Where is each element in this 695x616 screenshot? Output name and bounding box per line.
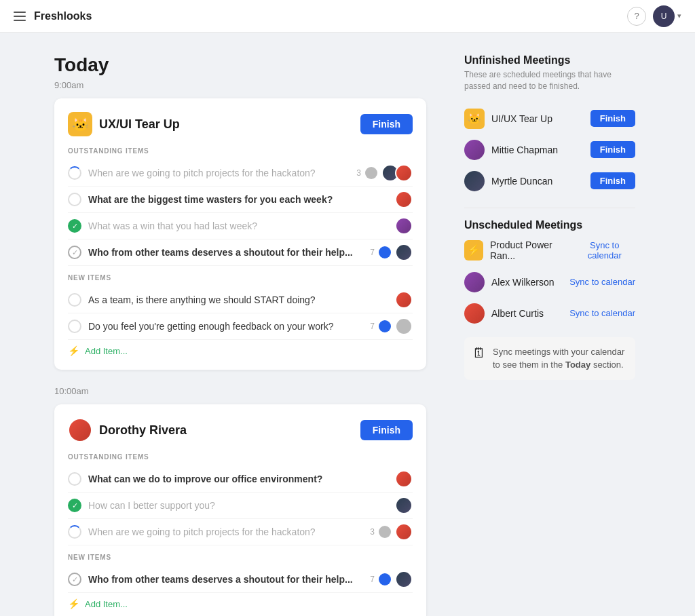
list-item: ✓ Who from other teams deserves a shouto… xyxy=(68,239,413,266)
unscheduled-meetings-section: Unscheduled Meetings ⚡ Product Power Ran… xyxy=(464,219,635,380)
header-right: ? U ▾ xyxy=(627,5,681,27)
unscheduled-title: Unscheduled Meetings xyxy=(464,219,635,231)
avatar-sm xyxy=(395,470,413,488)
menu-icon[interactable] xyxy=(14,12,26,21)
sidebar-unscheduled-item-2: Alex Wilkerson Sync to calendar xyxy=(464,267,635,298)
sync-notice: 🗓 Sync meetings with your calendar to se… xyxy=(464,337,635,380)
checkbox-empty[interactable] xyxy=(68,293,81,307)
avatars-group xyxy=(395,497,413,514)
item-text: How can I better support you? xyxy=(88,500,215,511)
sidebar-avatar xyxy=(464,303,485,324)
sidebar-item-name: Product Power Ran... xyxy=(490,239,574,261)
sidebar-item-name: Mittie Chapman xyxy=(491,145,558,155)
checkbox-empty[interactable] xyxy=(68,472,81,486)
sidebar: Unfinished Meetings These are scheduled … xyxy=(448,33,652,616)
badge-gray xyxy=(365,167,377,179)
avatar-sm xyxy=(395,164,413,182)
checkbox-loading[interactable] xyxy=(68,525,81,539)
card-title-row-2: Dorothy Rivera xyxy=(68,418,187,442)
avatar-sm xyxy=(395,523,413,541)
sidebar-avatar xyxy=(464,272,485,292)
checkbox-empty[interactable] xyxy=(68,320,81,333)
new-items-label-2: NEW ITEMS xyxy=(68,554,413,561)
new-items-label-1: NEW ITEMS xyxy=(68,274,413,282)
item-text: What can we do to improve our office env… xyxy=(88,474,322,484)
badge-count: 7 xyxy=(370,575,375,584)
list-item: What can we do to improve our office env… xyxy=(68,466,413,493)
sidebar-finish-button-2[interactable]: Finish xyxy=(590,141,635,158)
avatars-group xyxy=(395,523,413,541)
sidebar-unfinished-item-2: Mittie Chapman Finish xyxy=(464,134,635,166)
time-label-2: 10:00am xyxy=(54,386,426,396)
meeting-avatar xyxy=(68,418,92,442)
sidebar-unscheduled-item-1: ⚡ Product Power Ran... Sync to calendar xyxy=(464,234,635,267)
sidebar-sync-button-2[interactable]: Sync to calendar xyxy=(569,277,635,287)
brand-name: Freshlooks xyxy=(34,10,92,22)
sync-notice-icon: 🗓 xyxy=(472,345,486,361)
list-item: What are the biggest time wasters for yo… xyxy=(68,187,413,213)
header-left: Freshlooks xyxy=(14,10,92,22)
list-item: As a team, is there anything we should S… xyxy=(68,287,413,313)
card-title-row: 🐱 UX/UI Tear Up xyxy=(68,112,180,136)
outstanding-label-1: OUTSTANDING ITEMS xyxy=(68,147,413,155)
avatars-group xyxy=(395,191,413,208)
meeting-emoji: 🐱 xyxy=(68,112,92,136)
badge-blue xyxy=(379,573,391,585)
help-icon[interactable]: ? xyxy=(627,7,646,26)
meeting-title: UX/UI Tear Up xyxy=(99,117,180,132)
avatars-group xyxy=(395,470,413,488)
item-text: What are the biggest time wasters for yo… xyxy=(88,194,333,205)
sidebar-item-name: Alex Wilkerson xyxy=(491,277,555,288)
finish-button-2[interactable]: Finish xyxy=(360,420,413,440)
sidebar-emoji: 🐱 xyxy=(464,109,485,129)
avatars-group xyxy=(395,571,413,588)
badge-count: 3 xyxy=(356,168,361,178)
badge-count: 3 xyxy=(370,527,375,537)
badge-blue xyxy=(379,246,391,258)
checkbox-empty[interactable] xyxy=(68,193,81,206)
time-label-1: 9:00am xyxy=(54,80,426,90)
divider xyxy=(464,208,635,208)
sidebar-unscheduled-item-3: Albert Curtis Sync to calendar xyxy=(464,298,635,329)
sidebar-emoji-2: ⚡ xyxy=(464,240,483,261)
checkbox-checked[interactable]: ✓ xyxy=(68,499,81,512)
item-text: Who from other teams deserves a shoutout… xyxy=(88,574,353,585)
add-item-button-1[interactable]: ⚡ Add Item... xyxy=(68,340,413,356)
finish-button-1[interactable]: Finish xyxy=(360,114,413,134)
lightning-icon: ⚡ xyxy=(68,345,79,356)
list-item: When are we going to pitch projects for … xyxy=(68,519,413,545)
avatar-sm xyxy=(395,291,413,309)
avatars-group xyxy=(395,291,413,309)
main-content: Today 9:00am 🐱 UX/UI Tear Up Finish OUTS… xyxy=(0,33,448,616)
item-text: Who from other teams deserves a shoutout… xyxy=(88,247,353,258)
sidebar-item-name: UI/UX Tear Up xyxy=(491,113,552,124)
avatar-sm xyxy=(395,191,413,208)
sidebar-finish-button-3[interactable]: Finish xyxy=(590,172,635,189)
add-item-label: Add Item... xyxy=(85,599,128,609)
list-item: ✓ What was a win that you had last week? xyxy=(68,213,413,239)
layout: Today 9:00am 🐱 UX/UI Tear Up Finish OUTS… xyxy=(0,33,695,616)
sidebar-sync-button-3[interactable]: Sync to calendar xyxy=(569,308,635,318)
checkbox-checked-muted[interactable]: ✓ xyxy=(68,246,81,259)
meeting-card-dorothy: Dorothy Rivera Finish OUTSTANDING ITEMS … xyxy=(54,404,426,616)
list-item: ✓ How can I better support you? xyxy=(68,493,413,519)
checkbox-checked-muted[interactable]: ✓ xyxy=(68,573,81,586)
sidebar-finish-button-1[interactable]: Finish xyxy=(590,110,635,127)
outstanding-label-2: OUTSTANDING ITEMS xyxy=(68,453,413,461)
user-avatar-wrapper[interactable]: U ▾ xyxy=(653,5,681,27)
avatars-group xyxy=(395,317,413,335)
sidebar-sync-button-1[interactable]: Sync to calendar xyxy=(574,240,635,261)
item-text: What was a win that you had last week? xyxy=(88,220,257,231)
avatar-sm xyxy=(395,217,413,235)
checkbox-loading[interactable] xyxy=(68,166,81,180)
avatar-sm xyxy=(395,244,413,261)
item-text: As a team, is there anything we should S… xyxy=(88,294,316,305)
avatars-group xyxy=(395,217,413,235)
add-item-button-2[interactable]: ⚡ Add Item... xyxy=(68,593,413,609)
item-text: Do you feel you're getting enough feedba… xyxy=(88,321,333,332)
unfinished-subtitle: These are scheduled meetings that have p… xyxy=(464,69,635,92)
checkbox-checked[interactable]: ✓ xyxy=(68,219,81,233)
card-header: 🐱 UX/UI Tear Up Finish xyxy=(68,112,413,136)
avatar: U xyxy=(653,5,675,27)
list-item: Do you feel you're getting enough feedba… xyxy=(68,313,413,340)
